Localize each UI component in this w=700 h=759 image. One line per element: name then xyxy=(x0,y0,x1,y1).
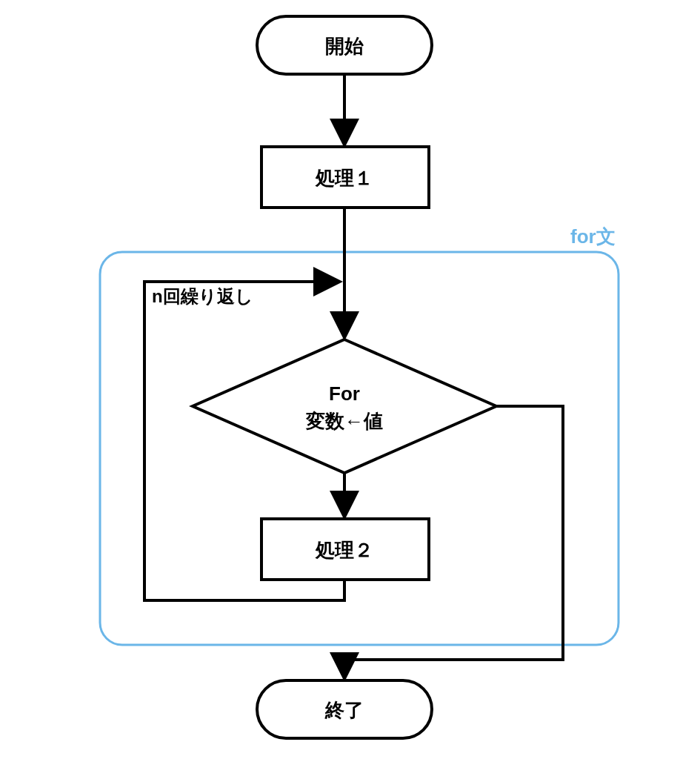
process2-label: 処理２ xyxy=(315,539,373,561)
process1-box: 処理１ xyxy=(261,147,429,208)
process2-box: 処理２ xyxy=(261,519,429,580)
decision-line1: For xyxy=(329,382,360,405)
start-label: 開始 xyxy=(325,35,364,57)
decision-line2: 変数←値 xyxy=(305,410,383,432)
for-decision-diamond: For 変数←値 xyxy=(193,339,496,473)
end-label: 終了 xyxy=(324,699,364,721)
svg-marker-4 xyxy=(193,339,496,473)
start-terminator: 開始 xyxy=(257,16,432,74)
loop-count-label: n回繰り返し xyxy=(152,286,253,306)
for-box-label: for文 xyxy=(570,225,616,248)
process1-label: 処理１ xyxy=(315,167,373,189)
end-terminator: 終了 xyxy=(257,680,432,738)
flowchart-canvas: 開始 処理１ for文 n回繰り返し For 変数←値 xyxy=(0,0,700,759)
